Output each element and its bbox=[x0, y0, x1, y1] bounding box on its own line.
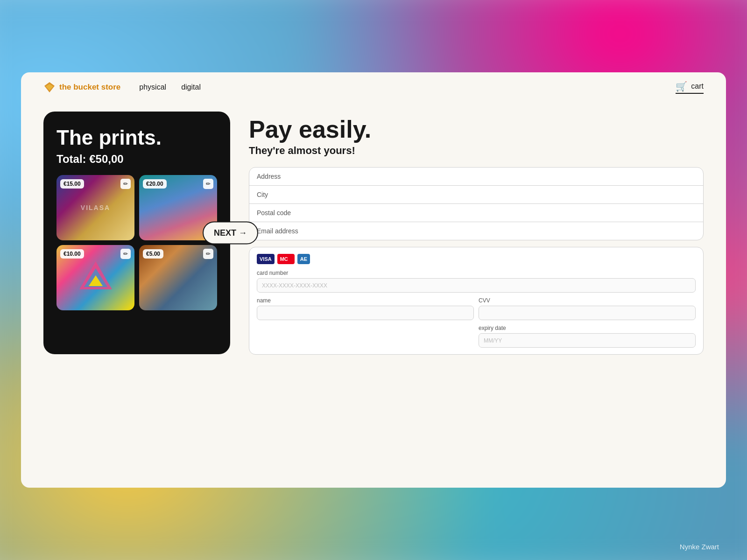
expiry-label: expiry date bbox=[479, 325, 696, 331]
price-2: €20.00 bbox=[143, 179, 167, 189]
logo-area[interactable]: the bucket store bbox=[43, 81, 120, 93]
city-field bbox=[249, 186, 703, 204]
address-form bbox=[249, 167, 704, 240]
price-1: €15.00 bbox=[60, 179, 84, 189]
expiry-field-wrapper bbox=[257, 325, 474, 348]
city-input[interactable] bbox=[257, 191, 696, 198]
amex-badge: AE bbox=[297, 254, 310, 264]
pay-subtitle: They're almost yours! bbox=[249, 145, 704, 157]
logo-icon bbox=[43, 81, 56, 93]
cart-icon: 🛒 bbox=[676, 81, 687, 92]
price-3: €10.00 bbox=[60, 249, 84, 259]
price-bar-4: €5.00 ✏ bbox=[143, 249, 213, 259]
phone-title: The prints. bbox=[56, 126, 217, 149]
print-item-3: €10.00 ✏ bbox=[56, 245, 134, 310]
edit-icon-2[interactable]: ✏ bbox=[203, 179, 213, 189]
card-number-label: card number bbox=[257, 270, 696, 276]
edit-icon-1[interactable]: ✏ bbox=[120, 179, 131, 189]
card-number-input[interactable] bbox=[257, 278, 696, 293]
navbar: the bucket store physical digital 🛒 cart bbox=[21, 72, 726, 102]
card-icons-row: VISA MC AE bbox=[257, 254, 696, 264]
email-input[interactable] bbox=[257, 227, 696, 235]
postal-input[interactable] bbox=[257, 209, 696, 217]
expiry-field-wrapper-2: expiry date bbox=[479, 325, 696, 348]
watermark: Nynke Zwart bbox=[680, 543, 719, 551]
card-payment-form: VISA MC AE card number name CVV bbox=[249, 247, 704, 355]
expiry-input[interactable] bbox=[479, 333, 696, 348]
name-input[interactable] bbox=[257, 306, 474, 320]
email-field bbox=[249, 222, 703, 240]
price-bar-1: €15.00 ✏ bbox=[60, 179, 131, 189]
postal-field bbox=[249, 204, 703, 222]
main-card: the bucket store physical digital 🛒 cart… bbox=[21, 72, 726, 488]
main-content: The prints. Total: €50,00 €15.00 ✏ VILAS… bbox=[21, 102, 726, 488]
nav-physical[interactable]: physical bbox=[139, 83, 166, 91]
price-bar-2: €20.00 ✏ bbox=[143, 179, 213, 189]
price-bar-3: €10.00 ✏ bbox=[60, 249, 131, 259]
name-label: name bbox=[257, 297, 474, 304]
edit-icon-4[interactable]: ✏ bbox=[203, 249, 213, 259]
edit-icon-3[interactable]: ✏ bbox=[120, 249, 131, 259]
prints-grid: €15.00 ✏ VILASA €20.00 ✏ bbox=[56, 175, 217, 310]
logo-text: the bucket store bbox=[59, 83, 120, 92]
cvv-input[interactable] bbox=[479, 306, 696, 320]
next-button-wrapper: NEXT → bbox=[203, 222, 258, 245]
mastercard-badge: MC bbox=[277, 254, 295, 264]
cart-label: cart bbox=[691, 82, 704, 91]
address-input[interactable] bbox=[257, 173, 696, 180]
total-text: Total: €50,00 bbox=[56, 153, 217, 166]
price-4: €5.00 bbox=[143, 249, 163, 259]
pay-title: Pay easily. bbox=[249, 116, 704, 143]
address-field bbox=[249, 168, 703, 186]
print-item-1: €15.00 ✏ VILASA bbox=[56, 175, 134, 240]
nav-digital[interactable]: digital bbox=[181, 83, 201, 91]
cvv-field-wrapper: CVV bbox=[479, 297, 696, 320]
cvv-label: CVV bbox=[479, 297, 696, 304]
phone-card: The prints. Total: €50,00 €15.00 ✏ VILAS… bbox=[43, 112, 230, 354]
print-item-4: €5.00 ✏ bbox=[139, 245, 217, 310]
visa-badge: VISA bbox=[257, 254, 275, 264]
payment-section: Pay easily. They're almost yours! bbox=[249, 112, 704, 355]
next-button[interactable]: NEXT → bbox=[203, 222, 258, 245]
cart-button[interactable]: 🛒 cart bbox=[676, 81, 704, 94]
name-field-wrapper: name bbox=[257, 297, 474, 320]
